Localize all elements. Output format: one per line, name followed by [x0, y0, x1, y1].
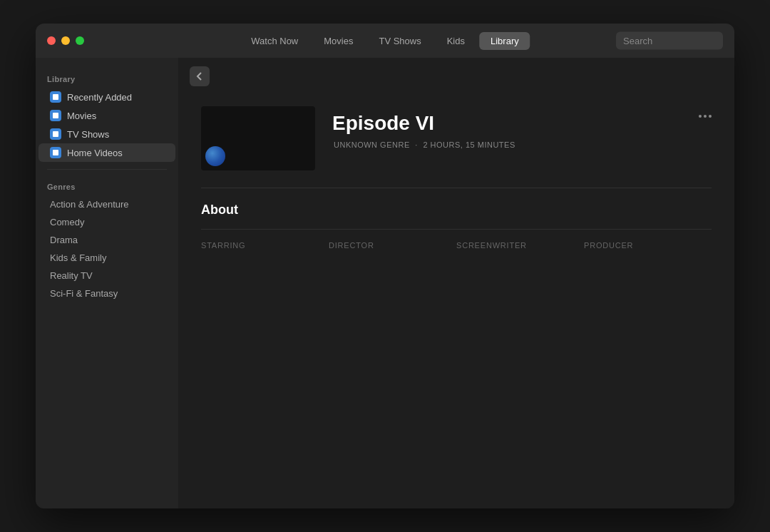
- nav-tabs: Watch Now Movies TV Shows Kids Library: [240, 32, 530, 50]
- tab-kids[interactable]: Kids: [436, 32, 476, 50]
- movie-duration: 2 HOURS, 15 MINUTES: [423, 140, 515, 149]
- sidebar-item-kids-family[interactable]: Kids & Family: [38, 249, 175, 267]
- sidebar-divider: [47, 169, 167, 170]
- app-window: Watch Now Movies TV Shows Kids Library L…: [36, 24, 734, 508]
- sidebar-item-label-movies: Movies: [67, 111, 96, 121]
- movie-genre: UNKNOWN GENRE: [334, 140, 410, 149]
- sidebar-item-tv-shows[interactable]: TV Shows: [38, 125, 175, 143]
- chevron-left-icon: [195, 71, 205, 81]
- main-layout: Library Recently Added Movies TV Shows: [36, 58, 734, 508]
- home-videos-icon: [50, 147, 61, 158]
- more-dot-1: [699, 115, 702, 118]
- sidebar-item-movies[interactable]: Movies: [38, 106, 175, 125]
- svg-rect-1: [53, 113, 58, 118]
- sidebar-item-comedy[interactable]: Comedy: [38, 213, 175, 231]
- about-title: About: [201, 203, 712, 218]
- credits-divider: [201, 229, 712, 230]
- svg-rect-0: [53, 94, 58, 100]
- maximize-button[interactable]: [76, 36, 84, 45]
- sidebar-item-action-adventure[interactable]: Action & Adventure: [38, 195, 175, 213]
- traffic-lights: [47, 36, 84, 45]
- movie-meta: UNKNOWN GENRE · 2 HOURS, 15 MINUTES: [332, 140, 712, 149]
- movie-section: Episode VI UNKNOWN GENRE · 2 HOURS, 15 M…: [178, 95, 734, 188]
- movie-meta-separator: ·: [415, 140, 420, 149]
- library-section-title: Library: [36, 69, 178, 88]
- tab-tv-shows[interactable]: TV Shows: [367, 32, 432, 50]
- svg-rect-2: [53, 131, 58, 137]
- minimize-button[interactable]: [61, 36, 70, 45]
- credit-director: DIRECTOR: [329, 241, 456, 250]
- sidebar-item-label-tv-shows: TV Shows: [67, 129, 109, 140]
- content-header: [178, 58, 734, 95]
- sidebar-item-sci-fi-fantasy[interactable]: Sci-Fi & Fantasy: [38, 285, 175, 302]
- credit-screenwriter: SCREENWRITER: [456, 241, 584, 250]
- sidebar-item-drama[interactable]: Drama: [38, 231, 175, 249]
- recently-added-icon: [50, 91, 61, 103]
- titlebar: Watch Now Movies TV Shows Kids Library: [36, 24, 734, 58]
- credit-director-label: DIRECTOR: [329, 241, 456, 250]
- genres-section-title: Genres: [36, 177, 178, 195]
- svg-rect-3: [53, 150, 58, 155]
- credits-row: STARRING DIRECTOR SCREENWRITER PRODUCER: [201, 241, 712, 250]
- more-dot-3: [709, 115, 712, 118]
- search-input[interactable]: [616, 32, 723, 50]
- sidebar-item-recently-added[interactable]: Recently Added: [38, 88, 175, 106]
- tab-watch-now[interactable]: Watch Now: [240, 32, 309, 50]
- credit-starring: STARRING: [201, 241, 329, 250]
- close-button[interactable]: [47, 36, 56, 45]
- tab-library[interactable]: Library: [479, 32, 530, 50]
- sidebar-item-label-recently-added: Recently Added: [67, 92, 132, 103]
- about-section: About STARRING DIRECTOR SCREENWRITER PRO…: [178, 188, 734, 250]
- movie-title: Episode VI: [332, 112, 712, 135]
- movie-info: Episode VI UNKNOWN GENRE · 2 HOURS, 15 M…: [332, 106, 712, 149]
- thumbnail-image: [205, 146, 225, 166]
- more-dot-2: [704, 115, 707, 118]
- credit-producer: PRODUCER: [584, 241, 712, 250]
- sidebar: Library Recently Added Movies TV Shows: [36, 58, 178, 508]
- back-button[interactable]: [190, 66, 210, 86]
- credit-screenwriter-label: SCREENWRITER: [456, 241, 584, 250]
- content-area: Episode VI UNKNOWN GENRE · 2 HOURS, 15 M…: [178, 58, 734, 508]
- credit-starring-label: STARRING: [201, 241, 329, 250]
- tab-movies[interactable]: Movies: [312, 32, 364, 50]
- movies-icon: [50, 110, 61, 121]
- sidebar-item-reality-tv[interactable]: Reality TV: [38, 267, 175, 285]
- sidebar-item-label-home-videos: Home Videos: [67, 148, 123, 158]
- credit-producer-label: PRODUCER: [584, 241, 712, 250]
- tv-shows-icon: [50, 128, 61, 140]
- sidebar-item-home-videos[interactable]: Home Videos: [38, 143, 175, 162]
- movie-thumbnail: [201, 106, 315, 170]
- more-options-button[interactable]: [699, 115, 712, 118]
